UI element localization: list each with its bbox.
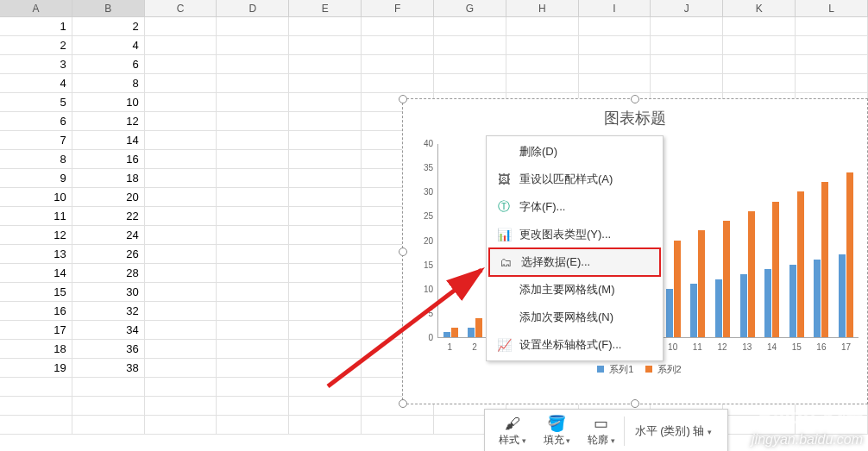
resize-handle[interactable]	[631, 399, 639, 408]
column-header[interactable]: G	[434, 0, 506, 16]
cell[interactable]	[506, 17, 579, 35]
cell[interactable]: 17	[0, 321, 72, 339]
cell[interactable]	[145, 55, 217, 73]
cell[interactable]	[217, 283, 289, 301]
cell[interactable]	[72, 397, 145, 415]
cell[interactable]: 8	[72, 74, 145, 92]
menu-select-data[interactable]: 🗂 选择数据(E)...	[488, 247, 661, 277]
cell[interactable]	[579, 55, 651, 73]
cell[interactable]	[289, 340, 362, 358]
cell[interactable]	[145, 359, 217, 377]
cell[interactable]: 1	[0, 17, 72, 35]
cell[interactable]	[217, 188, 289, 206]
cell[interactable]: 38	[72, 359, 145, 377]
bar-series1[interactable]	[839, 254, 846, 337]
cell[interactable]: 28	[72, 264, 145, 282]
cell[interactable]	[506, 74, 579, 92]
bar-group[interactable]	[833, 172, 859, 337]
bar-series2[interactable]	[475, 318, 482, 338]
bar-group[interactable]	[685, 230, 710, 337]
cell[interactable]	[723, 55, 796, 73]
bar-group[interactable]	[784, 191, 809, 337]
bar-series1[interactable]	[666, 289, 673, 337]
bar-series1[interactable]	[443, 332, 450, 337]
column-header[interactable]: L	[796, 0, 868, 16]
cell[interactable]	[651, 74, 723, 92]
bar-group[interactable]	[438, 328, 463, 337]
cell[interactable]	[217, 55, 289, 73]
bar-series2[interactable]	[772, 202, 779, 338]
cell[interactable]	[145, 397, 217, 415]
cell[interactable]	[217, 245, 289, 263]
bar-series1[interactable]	[690, 284, 697, 337]
cell[interactable]	[145, 321, 217, 339]
cell[interactable]	[145, 416, 217, 434]
cell[interactable]	[434, 55, 506, 73]
bar-series2[interactable]	[846, 172, 853, 337]
resize-handle[interactable]	[631, 95, 639, 103]
cell[interactable]	[289, 17, 362, 35]
bar-series2[interactable]	[451, 328, 458, 337]
cell[interactable]: 5	[0, 93, 72, 111]
cell[interactable]	[362, 416, 434, 434]
cell[interactable]: 18	[72, 169, 145, 187]
cell[interactable]: 14	[0, 264, 72, 282]
cell[interactable]	[362, 55, 434, 73]
cell[interactable]	[72, 416, 145, 434]
menu-format-axis[interactable]: 📈 设置坐标轴格式(F)...	[487, 331, 663, 359]
cell[interactable]: 4	[0, 74, 72, 92]
cell[interactable]	[796, 55, 868, 73]
bar-series1[interactable]	[789, 265, 796, 337]
axis-selector[interactable]: 水平 (类别) 轴	[624, 417, 723, 446]
cell[interactable]: 19	[0, 359, 72, 377]
cell[interactable]: 2	[0, 36, 72, 54]
cell[interactable]	[145, 302, 217, 320]
cell[interactable]: 22	[72, 207, 145, 225]
cell[interactable]: 13	[0, 245, 72, 263]
cell[interactable]	[217, 321, 289, 339]
menu-font[interactable]: Ⓣ 字体(F)...	[487, 193, 663, 221]
cell[interactable]	[579, 36, 651, 54]
cell[interactable]	[434, 36, 506, 54]
cell[interactable]	[362, 36, 434, 54]
column-header[interactable]: E	[289, 0, 362, 16]
cell[interactable]	[434, 74, 506, 92]
bar-series1[interactable]	[715, 279, 722, 338]
cell[interactable]	[145, 245, 217, 263]
column-header[interactable]: J	[651, 0, 723, 16]
cell[interactable]	[145, 378, 217, 396]
cell[interactable]	[289, 74, 362, 92]
menu-delete[interactable]: 删除(D)	[487, 138, 663, 166]
menu-change-chart-type[interactable]: 📊 更改图表类型(Y)...	[487, 221, 663, 248]
cell[interactable]	[145, 150, 217, 168]
cell[interactable]	[217, 207, 289, 225]
cell[interactable]: 4	[72, 36, 145, 54]
cell[interactable]	[145, 188, 217, 206]
cell[interactable]	[289, 378, 362, 396]
cell[interactable]	[579, 74, 651, 92]
cell[interactable]: 6	[0, 112, 72, 130]
cell[interactable]	[579, 17, 651, 35]
bar-group[interactable]	[710, 221, 735, 337]
cell[interactable]: 9	[0, 169, 72, 187]
bar-group[interactable]	[759, 202, 784, 338]
resize-handle[interactable]	[399, 399, 407, 408]
cell[interactable]	[217, 226, 289, 244]
bar-series2[interactable]	[674, 241, 681, 338]
cell[interactable]	[723, 74, 796, 92]
cell[interactable]	[217, 397, 289, 415]
cell[interactable]	[72, 378, 145, 396]
bar-group[interactable]	[809, 182, 834, 337]
cell[interactable]	[145, 112, 217, 130]
cell[interactable]	[289, 321, 362, 339]
cell[interactable]: 16	[0, 302, 72, 320]
menu-add-minor-gridlines[interactable]: 添加次要网格线(N)	[487, 304, 663, 331]
cell[interactable]: 26	[72, 245, 145, 263]
cell[interactable]	[289, 93, 362, 111]
cell[interactable]	[289, 416, 362, 434]
cell[interactable]	[217, 416, 289, 434]
column-header[interactable]: I	[579, 0, 651, 16]
menu-add-major-gridlines[interactable]: 添加主要网格线(M)	[487, 276, 663, 304]
cell[interactable]	[651, 36, 723, 54]
bar-series2[interactable]	[797, 191, 804, 337]
